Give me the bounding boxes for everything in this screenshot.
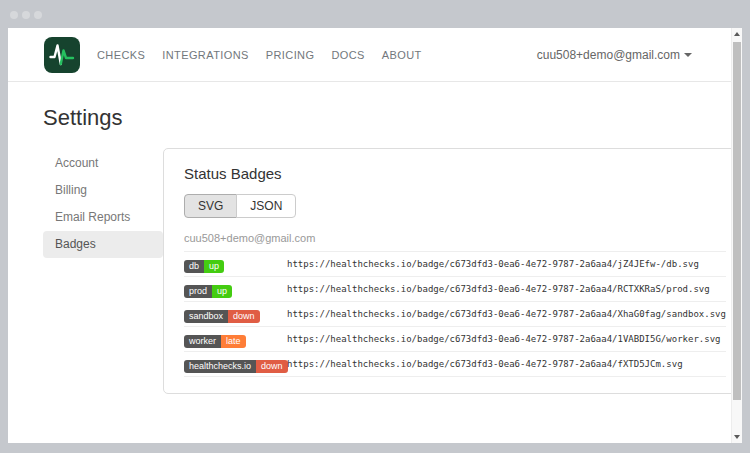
window-controls[interactable]	[10, 11, 42, 19]
badge-status: up	[212, 285, 232, 298]
badge-row: sandboxdown https://healthchecks.io/badg…	[184, 302, 726, 327]
badge-url[interactable]: https://healthchecks.io/badge/c673dfd3-0…	[287, 259, 699, 269]
badge-status: down	[228, 310, 260, 323]
nav-docs[interactable]: DOCS	[331, 49, 364, 61]
sidebar-item-billing[interactable]: Billing	[43, 177, 163, 204]
scrollbar-thumb[interactable]	[733, 42, 741, 400]
sidebar-item-badges[interactable]: Badges	[43, 231, 163, 258]
window-dot[interactable]	[22, 11, 30, 19]
badge-row: healthchecks.iodown https://healthchecks…	[184, 352, 726, 377]
top-navbar: CHECKS INTEGRATIONS PRICING DOCS ABOUT c…	[8, 28, 742, 82]
badge-status: down	[256, 360, 288, 373]
window-dot[interactable]	[34, 11, 42, 19]
badge-name: healthchecks.io	[184, 360, 256, 373]
nav-about[interactable]: ABOUT	[382, 49, 422, 61]
badge-status: late	[221, 335, 246, 348]
sidebar-item-account[interactable]: Account	[43, 150, 163, 177]
badge-row: produp https://healthchecks.io/badge/c67…	[184, 277, 726, 302]
healthchecks-logo-icon[interactable]	[44, 37, 80, 73]
status-badge: healthchecks.iodown	[184, 360, 288, 373]
status-badge: dbup	[184, 260, 224, 273]
badge-status: up	[204, 260, 224, 273]
sidebar-item-email-reports[interactable]: Email Reports	[43, 204, 163, 231]
status-badge: produp	[184, 285, 232, 298]
json-format-button[interactable]: JSON	[236, 194, 296, 218]
window-dot[interactable]	[10, 11, 18, 19]
badge-name: prod	[184, 285, 212, 298]
badge-url[interactable]: https://healthchecks.io/badge/c673dfd3-0…	[287, 309, 726, 319]
badge-name: worker	[184, 335, 221, 348]
panel-title: Status Badges	[184, 165, 726, 182]
svg-format-button[interactable]: SVG	[184, 194, 237, 218]
account-dropdown[interactable]: cuu508+demo@gmail.com	[537, 48, 692, 62]
badge-name: sandbox	[184, 310, 228, 323]
format-toggle: SVG JSON	[184, 194, 296, 218]
page-title: Settings	[43, 105, 742, 131]
badge-url[interactable]: https://healthchecks.io/badge/c673dfd3-0…	[287, 359, 683, 369]
badge-url[interactable]: https://healthchecks.io/badge/c673dfd3-0…	[287, 284, 710, 294]
status-badges-panel: Status Badges SVG JSON cuu508+demo@gmail…	[163, 148, 742, 394]
account-email: cuu508+demo@gmail.com	[537, 48, 680, 62]
nav-checks[interactable]: CHECKS	[97, 49, 145, 61]
chevron-down-icon	[684, 53, 692, 57]
badge-url[interactable]: https://healthchecks.io/badge/c673dfd3-0…	[287, 334, 720, 344]
settings-sidebar: Account Billing Email Reports Badges	[43, 148, 163, 258]
badge-row: dbup https://healthchecks.io/badge/c673d…	[184, 252, 726, 277]
scroll-up-icon[interactable]	[732, 28, 742, 40]
nav-integrations[interactable]: INTEGRATIONS	[162, 49, 249, 61]
nav-links: CHECKS INTEGRATIONS PRICING DOCS ABOUT	[97, 49, 439, 61]
window-titlebar[interactable]	[0, 0, 750, 28]
status-badge: workerlate	[184, 335, 246, 348]
scroll-down-icon[interactable]	[732, 431, 742, 443]
nav-pricing[interactable]: PRICING	[266, 49, 315, 61]
status-badge: sandboxdown	[184, 310, 260, 323]
browser-viewport: CHECKS INTEGRATIONS PRICING DOCS ABOUT c…	[8, 28, 742, 443]
project-group-label: cuu508+demo@gmail.com	[184, 232, 726, 252]
badge-name: db	[184, 260, 204, 273]
badge-row: workerlate https://healthchecks.io/badge…	[184, 327, 726, 352]
vertical-scrollbar[interactable]	[731, 28, 742, 443]
